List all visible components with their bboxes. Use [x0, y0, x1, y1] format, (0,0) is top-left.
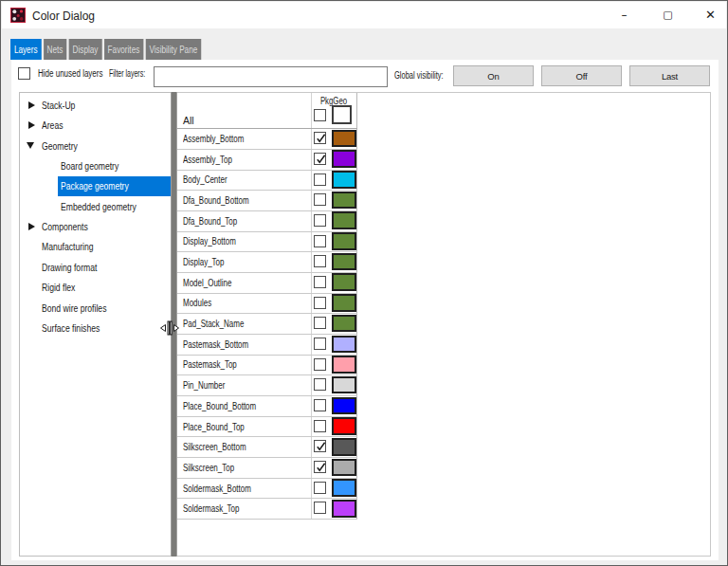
- layer-visibility-checkbox[interactable]: [314, 297, 326, 309]
- layer-visibility-checkbox[interactable]: [314, 317, 326, 329]
- tree-item-rigid-flex[interactable]: Rigid flex: [42, 278, 75, 298]
- layer-row-name: Silkscreen_Bottom: [183, 436, 246, 457]
- filter-layers-label: Filter layers:: [109, 68, 145, 79]
- layer-color-swatch[interactable]: [332, 192, 356, 210]
- layer-row-name: Model_Outline: [183, 272, 231, 293]
- layer-visibility-checkbox[interactable]: [314, 378, 326, 391]
- table-row-divider: [177, 519, 357, 520]
- all-color-checkbox[interactable]: [332, 105, 352, 124]
- tab-layers[interactable]: Layers: [10, 39, 41, 60]
- table-right-border: [356, 93, 357, 519]
- layer-row-name: Modules: [183, 293, 211, 314]
- window-title: Color Dialog: [32, 9, 95, 23]
- tree-item-stack-up[interactable]: Stack-Up: [42, 96, 75, 116]
- tree-item-package-geometry[interactable]: Package geometry: [61, 176, 129, 196]
- layer-visibility-checkbox[interactable]: [314, 193, 326, 206]
- expand-arrow-icon[interactable]: [28, 101, 35, 109]
- layer-row-name: Assembly_Top: [183, 149, 232, 170]
- layer-visibility-checkbox[interactable]: [314, 358, 326, 371]
- titlebar: Color Dialog – ▢ ✕: [2, 2, 726, 28]
- layer-visibility-checkbox[interactable]: [314, 214, 326, 227]
- tree-item-surface-finishes[interactable]: Surface finishes: [42, 318, 100, 338]
- expand-arrow-icon[interactable]: [28, 223, 35, 230]
- table-all-label: All: [183, 115, 194, 126]
- layer-color-swatch[interactable]: [332, 336, 356, 354]
- layer-color-swatch[interactable]: [332, 253, 356, 271]
- layer-row-name: Silkscreen_Top: [183, 457, 234, 478]
- tab-nets[interactable]: Nets: [44, 39, 67, 60]
- layer-color-swatch[interactable]: [332, 315, 356, 333]
- close-button[interactable]: ✕: [689, 2, 728, 28]
- tree-item-areas[interactable]: Areas: [42, 116, 63, 136]
- checkmark-icon: [315, 461, 327, 473]
- layer-visibility-checkbox[interactable]: [314, 173, 326, 186]
- tree-item-manufacturing[interactable]: Manufacturing: [42, 237, 94, 257]
- layer-visibility-checkbox[interactable]: [314, 482, 326, 494]
- tab-display[interactable]: Display: [69, 39, 102, 60]
- layer-visibility-checkbox[interactable]: [314, 399, 326, 411]
- app-icon: [10, 8, 26, 23]
- layer-color-swatch[interactable]: [332, 459, 356, 477]
- layer-color-swatch[interactable]: [332, 417, 356, 435]
- layer-row-name: Assembly_Bottom: [183, 128, 244, 149]
- checkmark-icon: [315, 132, 327, 144]
- layer-color-swatch[interactable]: [332, 273, 356, 291]
- layer-row-name: Soldermask_Top: [183, 498, 239, 519]
- layer-color-swatch[interactable]: [332, 150, 356, 168]
- layer-color-swatch[interactable]: [332, 356, 356, 374]
- checkmark-icon: [315, 440, 327, 452]
- layer-visibility-checkbox[interactable]: [314, 502, 326, 514]
- layer-row-name: Body_Center: [183, 170, 228, 191]
- global-last-button[interactable]: Last: [629, 65, 710, 86]
- layer-color-swatch[interactable]: [332, 130, 356, 148]
- tree-item-bond-wire-profiles[interactable]: Bond wire profiles: [42, 298, 106, 318]
- tabbar: LayersNetsDisplayFavoritesVisibility Pan…: [10, 39, 201, 60]
- layer-visibility-checkbox[interactable]: [314, 255, 326, 267]
- layer-color-swatch[interactable]: [332, 171, 356, 189]
- layer-row-name: Dfa_Bound_Top: [183, 210, 237, 231]
- layer-visibility-checkbox[interactable]: [314, 276, 326, 288]
- layer-color-swatch[interactable]: [332, 232, 356, 250]
- layer-table-panel: [177, 92, 711, 557]
- tree-item-components[interactable]: Components: [42, 217, 88, 237]
- tab-favorites[interactable]: Favorites: [104, 39, 143, 60]
- layer-color-swatch[interactable]: [332, 294, 356, 312]
- layer-row-name: Place_Bound_Top: [183, 416, 245, 437]
- layer-row-name: Pastemask_Top: [183, 355, 237, 375]
- minimize-button[interactable]: –: [603, 2, 646, 28]
- tree-item-drawing-format[interactable]: Drawing format: [42, 257, 97, 277]
- layer-row-name: Soldermask_Bottom: [183, 478, 251, 499]
- layer-visibility-checkbox[interactable]: [314, 338, 326, 350]
- global-off-button[interactable]: Off: [541, 65, 622, 86]
- layer-row-name: Display_Bottom: [183, 231, 236, 252]
- layer-color-swatch[interactable]: [332, 211, 356, 229]
- layer-row-name: Dfa_Bound_Bottom: [183, 190, 249, 210]
- layer-row-name: Pin_Number: [183, 374, 225, 395]
- hide-unused-layers-checkbox[interactable]: [18, 67, 30, 80]
- layer-color-swatch[interactable]: [332, 500, 356, 518]
- tree-item-board-geometry[interactable]: Board geometry: [61, 156, 118, 176]
- layer-visibility-checkbox[interactable]: [314, 420, 326, 432]
- expand-arrow-icon[interactable]: [28, 121, 35, 129]
- layer-color-swatch[interactable]: [332, 438, 356, 456]
- checkmark-icon: [315, 153, 327, 165]
- layer-row-name: Pad_Stack_Name: [183, 313, 244, 334]
- color-dialog-window: Color Dialog – ▢ ✕ LayersNetsDisplayFavo…: [0, 0, 728, 566]
- layer-visibility-checkbox[interactable]: [314, 235, 326, 247]
- tree-item-embedded-geometry[interactable]: Embedded geometry: [61, 196, 136, 216]
- tab-visibility-pane[interactable]: Visibility Pane: [146, 39, 202, 60]
- collapse-arrow-icon[interactable]: [27, 142, 34, 149]
- global-on-button[interactable]: On: [453, 65, 534, 86]
- layer-color-swatch[interactable]: [332, 397, 356, 415]
- layer-color-swatch[interactable]: [332, 479, 356, 497]
- tree-item-geometry[interactable]: Geometry: [42, 136, 78, 155]
- global-visibility-label: Global visibility:: [394, 70, 444, 81]
- layer-color-swatch[interactable]: [332, 376, 356, 394]
- all-visibility-checkbox[interactable]: [314, 109, 326, 121]
- filter-layers-input[interactable]: [154, 66, 388, 87]
- maximize-button[interactable]: ▢: [646, 2, 689, 28]
- layer-row-name: Pastemask_Bottom: [183, 334, 248, 355]
- hide-unused-layers-label: Hide unused layers: [38, 68, 102, 79]
- category-tree-panel: Stack-UpAreasGeometryBoard geometryPacka…: [19, 92, 171, 557]
- table-column-divider: [311, 93, 312, 519]
